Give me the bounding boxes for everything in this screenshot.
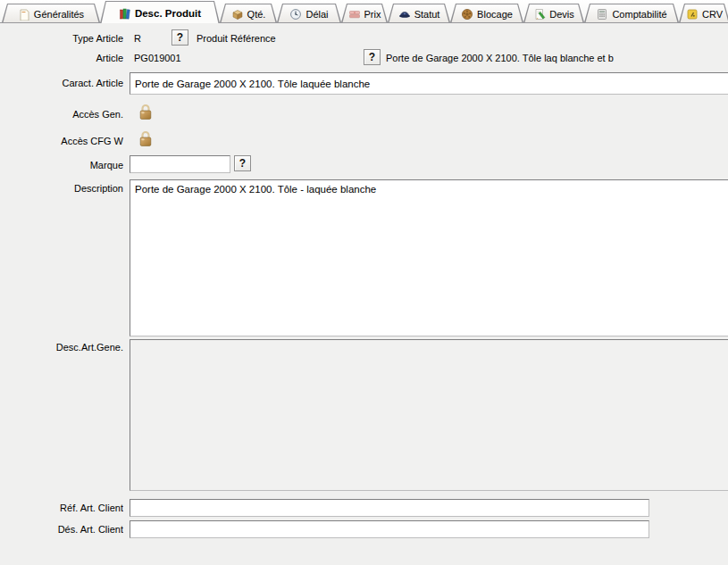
tab-comptabilite[interactable]: Comptabilité (584, 4, 679, 22)
tab-label: CRV (702, 9, 723, 20)
tab-label: Prix (364, 9, 381, 20)
description-value: Porte de Garage 2000 X 2100. Tôle - laqu… (135, 184, 376, 195)
des-art-client-label: Dés. Art. Client (0, 524, 123, 535)
des-art-client-input[interactable] (130, 520, 649, 538)
lock-icon[interactable] (138, 129, 154, 147)
acces-cfg-label: Accès CFG W (0, 136, 123, 146)
tab-label: Desc. Produit (135, 8, 201, 19)
tab-label: Blocage (477, 9, 513, 20)
box-icon (231, 8, 244, 21)
caract-article-value: Porte de Garage 2000 X 2100. Tôle laquée… (135, 79, 370, 89)
tab-statut[interactable]: Statut (388, 4, 450, 22)
ref-art-client-label: Réf. Art. Client (0, 503, 123, 513)
marque-label: Marque (0, 160, 123, 170)
tab-label: Délai (305, 9, 328, 20)
crv-icon (686, 8, 699, 21)
type-article-label: Type Article (0, 33, 123, 44)
tab-label: Généralités (34, 9, 84, 20)
article-hint: Porte de Garage 2000 X 2100. Tôle laq bl… (386, 53, 614, 63)
marque-help-button[interactable]: ? (234, 155, 251, 171)
article-label: Article (0, 53, 123, 63)
tab-label: Qté. (247, 9, 266, 20)
wheel-icon (461, 8, 473, 21)
clock-icon (289, 8, 302, 21)
tab-label: Devis (549, 9, 574, 20)
tab-label: Comptabilité (612, 9, 666, 20)
desc-art-gene-label: Desc.Art.Gene. (0, 342, 123, 353)
caract-article-label: Caract. Article (0, 78, 123, 88)
calculator-icon (596, 8, 608, 21)
tab-qte[interactable]: Qté. (220, 4, 277, 22)
lock-icon[interactable] (138, 103, 154, 120)
type-article-help-button[interactable]: ? (172, 29, 188, 46)
tab-prix[interactable]: Prix (341, 4, 388, 22)
marque-input[interactable] (130, 155, 230, 173)
tab-crv[interactable]: CRV (679, 4, 728, 22)
article-value: PG019001 (134, 53, 181, 63)
tab-delai[interactable]: Délai (277, 4, 341, 22)
hat-icon (398, 8, 411, 21)
pencil-icon (533, 8, 546, 21)
tab-bar: Généralités Desc. Produit Qté. Délai Pri… (0, 0, 728, 23)
article-help-button[interactable]: ? (364, 49, 381, 65)
tab-generalites[interactable]: Généralités (2, 4, 100, 22)
description-textarea[interactable]: Porte de Garage 2000 X 2100. Tôle - laqu… (130, 179, 728, 337)
tab-blocage[interactable]: Blocage (450, 4, 523, 22)
tab-desc-produit[interactable]: Desc. Produit (100, 1, 220, 23)
tab-label: Statut (414, 9, 440, 20)
note-icon (18, 8, 30, 21)
ref-art-client-input[interactable] (130, 499, 649, 517)
acces-gen-label: Accès Gen. (0, 109, 123, 120)
books-icon (119, 7, 131, 20)
caract-article-input[interactable]: Porte de Garage 2000 X 2100. Tôle laquée… (130, 72, 728, 95)
desc-art-gene-textarea (130, 339, 728, 491)
type-article-value: R (134, 33, 141, 44)
type-article-hint: Produit Référence (197, 33, 276, 44)
money-icon (348, 8, 361, 21)
tab-devis[interactable]: Devis (523, 4, 584, 22)
description-label: Description (0, 183, 123, 194)
